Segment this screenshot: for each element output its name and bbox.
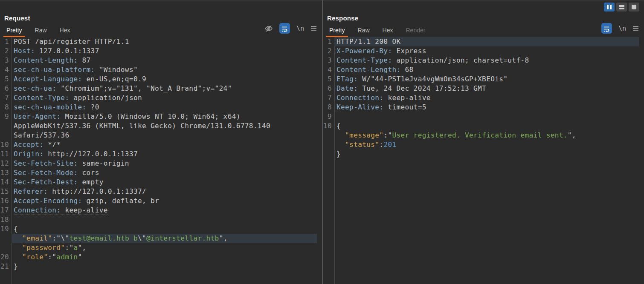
code-line: 6sec-ch-ua: "Chromium";v="131", "Not_A B… xyxy=(0,84,322,93)
code-line: 9User-Agent: Mozilla/5.0 (Windows NT 10.… xyxy=(0,112,322,121)
request-tab-raw[interactable]: Raw xyxy=(32,27,50,37)
code-line-content: Content-Type: application/json; charset=… xyxy=(334,56,639,65)
code-token xyxy=(14,244,22,252)
code-token: } xyxy=(337,150,341,158)
code-line-content: Sec-Fetch-Dest: empty xyxy=(12,178,317,187)
request-tab-pretty[interactable]: Pretty xyxy=(3,27,25,37)
code-token xyxy=(14,253,22,261)
code-line-content: ETag: W/"44-PST1eJva4vgWmOm34sGP+XBEOis" xyxy=(334,75,639,84)
code-line-content: Accept: */* xyxy=(12,140,317,149)
line-number: 7 xyxy=(323,93,334,103)
response-tab-pretty[interactable]: Pretty xyxy=(326,27,348,37)
code-token: Content-Type: xyxy=(337,56,392,64)
line-number xyxy=(0,131,12,140)
code-token: Sec-Fetch-Mode: xyxy=(14,169,78,177)
request-editor[interactable]: 1POST /api/register HTTP/1.12Host: 127.0… xyxy=(0,37,322,284)
code-token: Safari/537.36 xyxy=(14,131,69,139)
code-token xyxy=(337,131,345,139)
line-number: 11 xyxy=(0,149,12,159)
line-number: 13 xyxy=(0,168,12,178)
code-line: "email":"\"test@email.htb b\"@interstell… xyxy=(0,234,322,243)
line-number xyxy=(0,121,12,131)
response-title: Response xyxy=(327,14,358,22)
line-number: 9 xyxy=(323,112,334,121)
word-wrap-icon[interactable] xyxy=(601,23,612,34)
code-token: Sec-Fetch-Site: xyxy=(14,159,78,167)
code-line-content: sec-ch-ua: "Chromium";v="131", "Not_A Br… xyxy=(12,84,317,93)
request-header: Request Pretty Raw Hex xyxy=(0,0,322,37)
code-token: Content-Type: xyxy=(14,94,69,102)
code-token: en-US,en;q=0.9 xyxy=(82,75,147,83)
single-layout-button[interactable] xyxy=(629,3,639,11)
code-token: User-Agent: xyxy=(14,112,61,120)
code-token: User registered. Verification email sent… xyxy=(392,131,567,139)
code-line-content: "message":"User registered. Verification… xyxy=(334,131,639,140)
code-token: Referer: xyxy=(14,187,48,195)
code-token: ", xyxy=(219,234,228,242)
response-tabs: Pretty Raw Hex Render xyxy=(326,27,435,37)
code-token: gzip, deflate, br xyxy=(82,197,160,205)
line-number xyxy=(323,131,334,140)
line-number xyxy=(323,149,334,159)
code-line-content: Accept-Encoding: gzip, deflate, br xyxy=(12,196,317,206)
code-token: sec-ch-ua-mobile: xyxy=(14,103,87,111)
line-number: 9 xyxy=(0,112,12,121)
code-line: } xyxy=(323,149,644,159)
code-line-content xyxy=(12,215,317,224)
code-line: 16Accept-Encoding: gzip, deflate, br xyxy=(0,196,322,206)
code-line: 21} xyxy=(0,262,322,271)
code-line-content: HTTP/1.1 200 OK xyxy=(334,37,639,46)
code-token: Host: xyxy=(14,47,35,55)
code-token: X-Powered-By: xyxy=(337,47,392,55)
rows-layout-button[interactable] xyxy=(616,3,627,11)
response-viewer[interactable]: 1HTTP/1.1 200 OK2X-Powered-By: Express3C… xyxy=(323,37,644,284)
response-panel: Response Pretty Raw Hex Render \n xyxy=(323,0,644,284)
code-token: "email" xyxy=(22,234,52,242)
code-token: Content-Length: xyxy=(337,66,401,74)
code-token: Express xyxy=(392,47,426,55)
code-token: "message" xyxy=(345,131,383,139)
code-token: Origin: xyxy=(14,150,44,158)
line-number: 1 xyxy=(0,37,12,46)
code-line-content: Accept-Language: en-US,en;q=0.9 xyxy=(12,75,317,84)
code-line-content: "email":"\"test@email.htb b\"@interstell… xyxy=(12,234,317,243)
code-token: */* xyxy=(44,141,61,149)
line-number: 2 xyxy=(0,46,12,56)
code-token: sec-ch-ua: xyxy=(14,84,56,92)
code-line-content: Sec-Fetch-Mode: cors xyxy=(12,168,317,178)
line-number xyxy=(323,140,334,149)
code-line: 3Content-Length: 87 xyxy=(0,56,322,65)
response-toolbar: \n xyxy=(601,23,639,34)
response-tab-raw[interactable]: Raw xyxy=(355,27,373,37)
line-number: 14 xyxy=(0,178,12,187)
request-panel: Request Pretty Raw Hex xyxy=(0,0,322,284)
code-line-content: sec-ch-ua-mobile: ?0 xyxy=(12,103,317,112)
layout-controls xyxy=(604,3,639,11)
menu-icon[interactable] xyxy=(632,26,639,31)
code-token: sec-ch-ua-platform: xyxy=(14,66,95,74)
code-line-content: User-Agent: Mozilla/5.0 (Windows NT 10.0… xyxy=(12,112,317,121)
line-number: 7 xyxy=(0,93,12,103)
request-tab-hex[interactable]: Hex xyxy=(57,27,73,37)
newline-toggle[interactable]: \n xyxy=(618,25,626,32)
code-line: AppleWebKit/537.36 (KHTML, like Gecko) C… xyxy=(0,121,322,131)
code-token: AppleWebKit/537.36 (KHTML, like Gecko) C… xyxy=(14,122,270,130)
code-token: Accept-Encoding: xyxy=(14,197,82,205)
code-token: :" xyxy=(65,244,73,252)
code-line-content: } xyxy=(12,262,317,271)
line-number: 8 xyxy=(323,103,334,112)
response-header: Response Pretty Raw Hex Render \n xyxy=(323,0,644,37)
code-token: Connection: xyxy=(337,94,383,102)
code-line: 13Sec-Fetch-Mode: cors xyxy=(0,168,322,178)
rows-icon xyxy=(619,5,624,9)
line-number: 2 xyxy=(323,46,334,56)
response-tab-hex[interactable]: Hex xyxy=(380,27,396,37)
columns-layout-button[interactable] xyxy=(604,3,615,11)
code-token: http://127.0.0.1:1337 xyxy=(44,150,138,158)
word-wrap-icon[interactable] xyxy=(279,23,290,34)
code-token: 127.0.0.1:1337 xyxy=(35,47,99,55)
code-token: \" xyxy=(138,234,146,242)
visibility-off-icon[interactable] xyxy=(264,24,273,33)
newline-toggle[interactable]: \n xyxy=(296,25,304,32)
menu-icon[interactable] xyxy=(310,26,317,31)
